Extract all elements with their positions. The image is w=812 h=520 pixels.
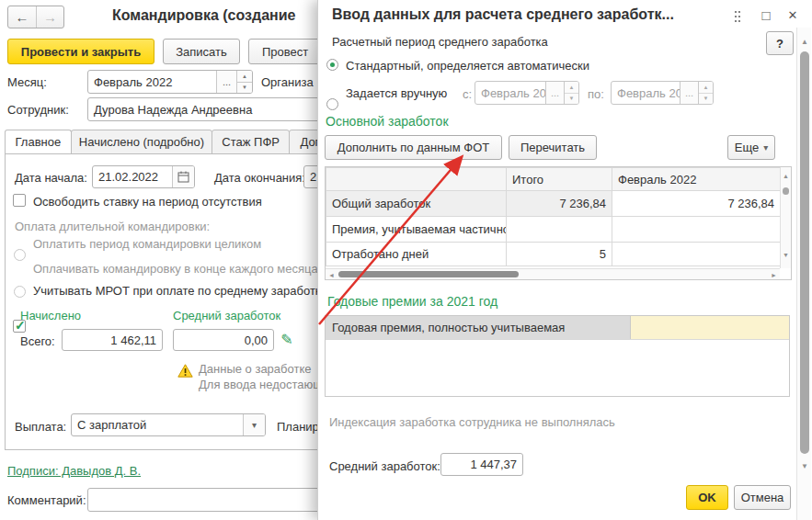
payment-caret-button[interactable]: ▾	[243, 414, 265, 435]
total-field[interactable]: 1 462,11	[62, 329, 163, 351]
nav-group: ← →	[7, 6, 64, 28]
payment-dropdown[interactable]: С зарплатой ▾	[71, 413, 266, 436]
row-total-earnings-feb[interactable]: 7 236,84	[612, 191, 781, 217]
forward-icon: →	[43, 9, 57, 25]
reread-button[interactable]: Перечитать	[509, 135, 597, 160]
row-partial-bonus-label[interactable]: Премия, учитываемая частично	[326, 217, 507, 243]
edit-avg-button[interactable]: ✎	[278, 329, 296, 349]
ok-button[interactable]: OK	[686, 485, 728, 510]
radio-auto-period[interactable]	[326, 59, 338, 71]
dialog-title: Ввод данных для расчета среднего заработ…	[332, 6, 727, 23]
payment-value[interactable]: С зарплатой	[72, 414, 243, 435]
release-rate-label: Освободить ставку на период отсутствия	[33, 195, 262, 209]
scroll-up-icon[interactable]: ▲	[801, 39, 808, 46]
row-total-earnings-label[interactable]: Общий заработок	[326, 191, 507, 217]
spin-up-icon: ▲	[699, 82, 713, 93]
dialog-avg-label: Средний заработок:	[329, 459, 440, 473]
pencil-icon: ✎	[280, 331, 292, 348]
forward-button[interactable]: →	[36, 6, 63, 28]
calendar-button[interactable]	[172, 166, 194, 187]
write-button[interactable]: Записать	[163, 39, 240, 64]
row-partial-bonus-total[interactable]	[507, 217, 612, 243]
screen: ← → Командировка (создание Провести и за…	[0, 0, 812, 520]
tab-accrued-detail[interactable]: Начислено (подробно)	[71, 130, 212, 154]
scroll-up-icon[interactable]: ▲	[783, 173, 789, 179]
row-total-earnings-total[interactable]: 7 236,84	[507, 191, 612, 217]
row-partial-bonus-feb[interactable]	[612, 217, 781, 243]
spin-up-icon: ▲	[237, 71, 252, 82]
radio-whole-period[interactable]	[14, 249, 26, 261]
to-date-value[interactable]: Февраль 2022	[612, 82, 680, 104]
radio-each-month[interactable]	[14, 286, 26, 298]
row-worked-days-feb[interactable]	[612, 243, 781, 266]
scroll-left-icon[interactable]: ◄	[328, 272, 335, 278]
release-rate-checkbox[interactable]	[13, 194, 26, 207]
accrued-header: Начислено	[20, 309, 81, 322]
chevron-down-icon: ▾	[763, 142, 768, 153]
dialog-avg-field[interactable]: 1 447,37	[440, 453, 523, 476]
to-ellipsis-button[interactable]: ...	[680, 82, 698, 104]
scroll-down-icon[interactable]: ▼	[783, 252, 789, 258]
long-trip-label: Оплата длительной командировки:	[15, 220, 210, 233]
to-date-field[interactable]: Февраль 2022 ... ▲ ▼	[611, 81, 714, 105]
from-spinner[interactable]: ▲ ▼	[564, 82, 578, 104]
to-spinner[interactable]: ▲ ▼	[698, 82, 713, 104]
month-field[interactable]: Февраль 2022 ... ▲ ▼	[87, 70, 253, 94]
back-button[interactable]: ←	[8, 6, 36, 28]
cancel-button[interactable]: Отмена	[734, 485, 791, 510]
table-vscroll-thumb[interactable]	[783, 187, 789, 195]
row-worked-days-label[interactable]: Отработано дней	[326, 243, 507, 266]
from-date-value[interactable]: Февраль 2022	[475, 82, 545, 104]
tab-main[interactable]: Главное	[5, 130, 72, 154]
earnings-table[interactable]: Итого Февраль 2022 Общий заработок 7 236…	[325, 166, 792, 280]
tab-pfr[interactable]: Стаж ПФР	[212, 130, 290, 154]
fill-from-fot-button[interactable]: Дополнить по данным ФОТ	[325, 135, 502, 160]
spin-down-icon: ▼	[237, 82, 252, 94]
more-actions-label: Еще	[735, 141, 759, 154]
indexation-note: Индексация заработка сотрудника не выпол…	[329, 415, 615, 429]
help-button[interactable]: ?	[766, 31, 794, 55]
chevron-down-icon: ▾	[252, 420, 257, 430]
start-date-field[interactable]: 21.02.2022	[92, 165, 195, 188]
col-header-empty	[326, 168, 507, 191]
avg-field[interactable]: 0,00	[173, 329, 274, 351]
row-worked-days-total[interactable]: 5	[507, 243, 612, 266]
table-vscrollbar[interactable]: ▲ ▼	[780, 167, 791, 268]
dialog-scrollbar[interactable]: ▲ ▼	[796, 28, 811, 520]
table-hscrollbar[interactable]: ◄ ►	[326, 268, 780, 279]
more-dots-icon	[734, 10, 741, 23]
table-hscroll-thumb[interactable]	[338, 271, 519, 277]
from-date-field[interactable]: Февраль 2022 ... ▲ ▼	[475, 81, 579, 105]
start-date-value[interactable]: 21.02.2022	[93, 166, 172, 187]
annual-row-value-cell[interactable]	[631, 316, 789, 339]
start-date-label: Дата начала:	[15, 171, 87, 185]
total-label: Всего:	[20, 334, 55, 348]
more-menu-button[interactable]	[730, 8, 745, 25]
month-label: Месяц:	[7, 75, 47, 89]
annual-bonuses-table[interactable]: Годовая премия, полностью учитываемая	[325, 315, 790, 397]
dialog-scroll-thumb[interactable]	[800, 51, 809, 454]
month-spinner[interactable]: ▲ ▼	[236, 71, 252, 93]
comment-input[interactable]	[87, 488, 328, 512]
annual-row-label[interactable]: Годовая премия, полностью учитываемая	[326, 316, 631, 339]
annual-bonuses-header: Годовые премии за 2021 год	[327, 294, 497, 309]
warning-text-line1: Данные о заработке	[199, 362, 311, 376]
organization-label: Организа	[261, 75, 314, 89]
submit-and-close-button[interactable]: Провести и закрыть	[7, 39, 154, 64]
month-ellipsis-button[interactable]: ...	[216, 71, 236, 93]
scroll-right-icon[interactable]: ►	[771, 272, 777, 278]
spin-down-icon: ▼	[699, 93, 713, 105]
comment-label: Комментарий:	[7, 493, 86, 507]
maximize-button[interactable]: □	[757, 6, 775, 24]
month-value[interactable]: Февраль 2022	[88, 71, 216, 93]
radio-manual-period[interactable]	[326, 98, 338, 110]
employee-field[interactable]: Дурова Надежда Андреевна	[87, 97, 328, 121]
scroll-down-icon[interactable]: ▼	[801, 463, 808, 470]
more-actions-button[interactable]: Еще ▾	[727, 135, 775, 160]
close-button[interactable]: ✕	[783, 6, 802, 24]
employee-label: Сотрудник:	[7, 103, 69, 117]
signatures-link[interactable]: Подписи: Давыдов Д. В.	[7, 464, 141, 478]
spin-down-icon: ▼	[565, 93, 578, 105]
from-ellipsis-button[interactable]: ...	[545, 82, 564, 104]
radio-auto-label: Стандартный, определяется автоматически	[346, 59, 589, 73]
